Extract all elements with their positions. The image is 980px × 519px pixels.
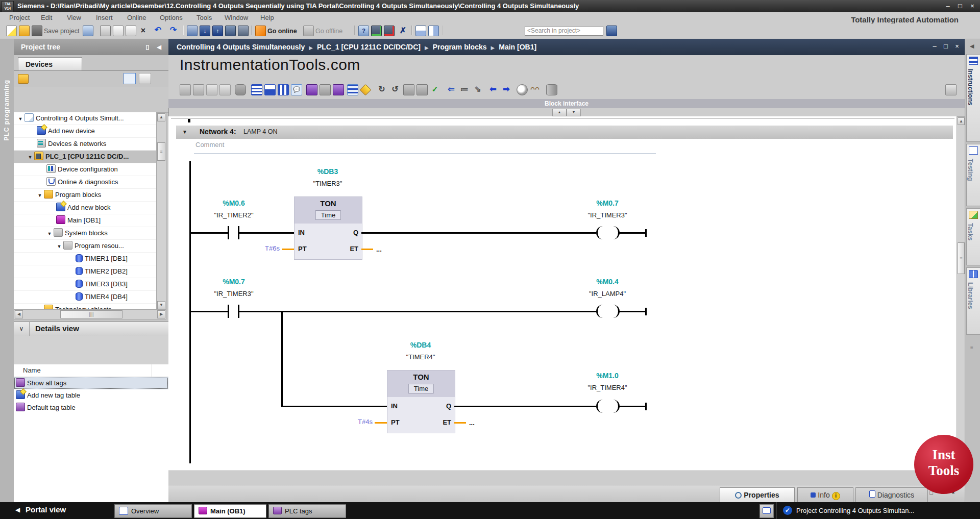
menu-online[interactable]: Online bbox=[127, 14, 146, 21]
tree-item-timer1-db1[interactable]: TIMER1 [DB1] bbox=[14, 253, 156, 265]
devices-tab[interactable]: Devices bbox=[18, 57, 82, 71]
breadcrumb-main-ob1[interactable]: Main [OB1] bbox=[499, 43, 536, 51]
next-bookmark-icon[interactable]: ➡ bbox=[501, 84, 511, 94]
network-title[interactable]: LAMP 4 ON bbox=[243, 128, 277, 135]
undo-change-icon[interactable]: ↻ bbox=[377, 84, 387, 94]
redo-icon[interactable]: ↷ bbox=[168, 26, 178, 35]
print-icon[interactable] bbox=[83, 26, 93, 36]
save-project-icon[interactable] bbox=[32, 26, 42, 36]
network-collapse-icon[interactable]: ▼ bbox=[182, 129, 187, 135]
pin-pt[interactable]: PT bbox=[391, 418, 400, 426]
et-value[interactable]: ... bbox=[469, 419, 475, 427]
stop-simulation-icon[interactable] bbox=[384, 26, 395, 36]
align-list-icon[interactable] bbox=[278, 84, 289, 95]
coil-address[interactable]: %M1.0 bbox=[572, 372, 643, 380]
scroll-down-icon[interactable]: ▼ bbox=[157, 301, 165, 309]
details-view-header[interactable]: ∨ Details view bbox=[14, 322, 168, 337]
open-project-icon[interactable] bbox=[19, 26, 30, 36]
expander-icon[interactable]: ▼ bbox=[17, 113, 24, 125]
network-comment-placeholder[interactable]: Comment bbox=[195, 141, 224, 149]
menu-tools[interactable]: Tools bbox=[197, 14, 212, 21]
tab-instructions[interactable]: Instructions bbox=[966, 54, 980, 142]
previous-bookmark-icon[interactable]: ⬅ bbox=[488, 84, 498, 94]
tree-item-online-diagnostics[interactable]: Online & diagnostics bbox=[14, 176, 156, 189]
delete-icon[interactable]: × bbox=[138, 26, 148, 35]
dock-icon[interactable]: ▯ bbox=[145, 39, 149, 55]
upload-block-icon[interactable] bbox=[416, 84, 428, 95]
start-cpu-icon[interactable] bbox=[225, 26, 236, 36]
pin-et[interactable]: ET bbox=[350, 245, 358, 253]
scrollbar-thumb[interactable]: |||| bbox=[60, 310, 122, 318]
timer-db-address[interactable]: %DB3 bbox=[292, 167, 363, 176]
tree-item-add-new-device[interactable]: Add new device bbox=[14, 125, 156, 138]
restore-button[interactable]: □ bbox=[954, 2, 966, 11]
column-view-icon[interactable] bbox=[139, 73, 151, 84]
add-folder-icon[interactable] bbox=[18, 74, 29, 84]
pin-in[interactable]: IN bbox=[391, 402, 398, 410]
et-value[interactable]: ... bbox=[376, 245, 382, 253]
monitor-glasses-icon[interactable]: ᴖᴖ bbox=[530, 84, 540, 94]
tab-info[interactable]: Info i bbox=[797, 487, 853, 503]
tab-libraries[interactable]: Libraries bbox=[966, 267, 980, 335]
download-to-device-icon[interactable]: ↓ bbox=[200, 26, 210, 36]
expander-icon[interactable]: ▼ bbox=[27, 151, 34, 163]
compile-check-icon[interactable]: ✓ bbox=[430, 84, 440, 94]
ton-datatype-label[interactable]: Time bbox=[408, 384, 434, 393]
tree-vertical-scrollbar[interactable]: ▲ ≡ ▼ bbox=[156, 112, 166, 310]
new-project-icon[interactable] bbox=[6, 26, 17, 36]
delete-network-icon[interactable] bbox=[193, 84, 204, 95]
details-item-show-all-tags[interactable]: Show all tags bbox=[14, 377, 168, 389]
coil-name[interactable]: "IR_TIMER4" bbox=[572, 384, 643, 391]
align-top-icon[interactable] bbox=[264, 84, 276, 95]
pt-value[interactable]: T#6s bbox=[229, 244, 280, 252]
ton-datatype-label[interactable]: Time bbox=[315, 210, 341, 220]
ton-timer-block[interactable]: TON Time IN Q PT ET bbox=[387, 370, 455, 433]
tree-item-devices-networks[interactable]: Devices & networks bbox=[14, 138, 156, 151]
goto-next-icon[interactable]: ⇘ bbox=[473, 84, 483, 94]
redo-change-icon[interactable]: ↺ bbox=[390, 84, 400, 94]
timer-db-address[interactable]: %DB4 bbox=[385, 341, 456, 349]
tree-item-device-configuration[interactable]: Device configuration bbox=[14, 163, 156, 176]
editor-minimize-icon[interactable]: – bbox=[929, 42, 940, 51]
pin-et[interactable]: ET bbox=[443, 418, 451, 426]
cut-icon[interactable] bbox=[100, 26, 111, 36]
coil-address[interactable]: %M0.4 bbox=[572, 278, 643, 286]
tree-item-project-root[interactable]: ▼Controlling 4 Outputs Simult... bbox=[14, 112, 156, 125]
undo-icon[interactable]: ↶ bbox=[153, 26, 163, 35]
ton-timer-block[interactable]: TON Time IN Q PT ET bbox=[294, 196, 362, 260]
scrollbar-thumb[interactable]: ≡ bbox=[157, 142, 165, 161]
tree-item-plc1[interactable]: ▼PLC_1 [CPU 1211C DC/D... bbox=[14, 151, 156, 163]
paste-icon[interactable] bbox=[126, 26, 136, 36]
tab-properties[interactable]: Properties bbox=[720, 487, 795, 503]
menu-options[interactable]: Options bbox=[160, 14, 183, 21]
project-library-icon[interactable] bbox=[606, 26, 617, 36]
interface-expand-icon[interactable]: ▲ bbox=[552, 109, 567, 116]
compile-icon[interactable] bbox=[187, 26, 198, 36]
contact-bar[interactable] bbox=[228, 305, 229, 318]
menu-window[interactable]: Window bbox=[225, 14, 248, 21]
minimize-button[interactable]: – bbox=[942, 2, 953, 11]
network4-header[interactable]: ▼ Network 4: LAMP 4 ON bbox=[176, 126, 953, 139]
taskbar-main-ob1-button[interactable]: Main (OB1) bbox=[194, 504, 266, 518]
portal-view-arrow-icon[interactable]: ◀ bbox=[15, 506, 20, 513]
contact-name[interactable]: "IR_TIMER3" bbox=[198, 290, 270, 298]
tree-item-main-ob1[interactable]: Main [OB1] bbox=[14, 214, 156, 227]
split-horizontal-icon[interactable] bbox=[415, 26, 426, 36]
goto-definition-icon[interactable]: ≔ bbox=[459, 84, 470, 94]
menu-edit[interactable]: Edit bbox=[41, 14, 52, 21]
pin-q[interactable]: Q bbox=[446, 402, 451, 410]
tree-item-system-blocks[interactable]: ▼System blocks bbox=[14, 227, 156, 240]
save-project-label[interactable]: Save project bbox=[44, 28, 79, 35]
upload-from-device-icon[interactable]: ↑ bbox=[212, 26, 223, 36]
insert-row-icon[interactable] bbox=[206, 84, 217, 95]
editor-close-icon[interactable]: × bbox=[951, 42, 963, 51]
keyboard-shortcuts-icon[interactable] bbox=[945, 84, 957, 95]
timer-db-name[interactable]: "TIMER4" bbox=[385, 353, 456, 361]
snapshot-icon[interactable] bbox=[546, 84, 557, 95]
taskbar-plc-tags-button[interactable]: PLC tags bbox=[268, 504, 346, 518]
favorites-star-icon[interactable] bbox=[360, 84, 372, 96]
details-collapse-icon[interactable]: ∨ bbox=[14, 322, 30, 336]
contact-name[interactable]: "IR_TIMER2" bbox=[198, 211, 270, 219]
plc-programming-vertical-label[interactable]: PLC programming bbox=[3, 80, 10, 141]
copy-icon[interactable] bbox=[113, 26, 124, 36]
